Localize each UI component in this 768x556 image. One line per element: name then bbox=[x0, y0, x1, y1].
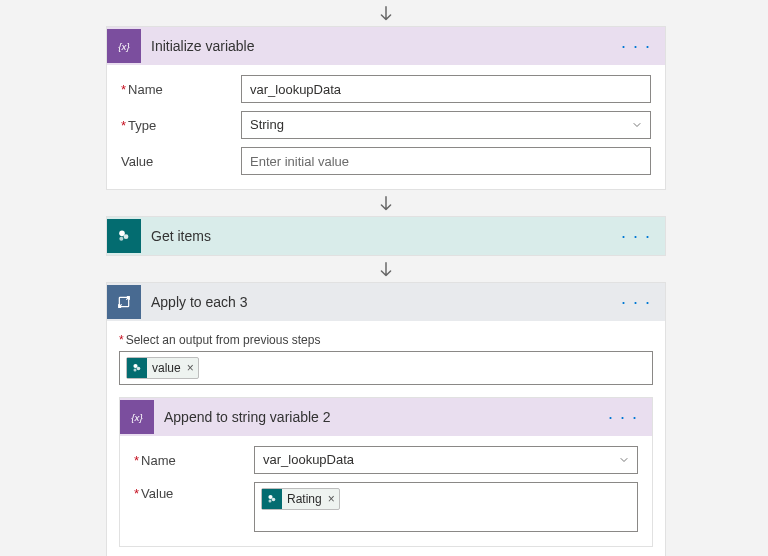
sharepoint-icon bbox=[107, 219, 141, 253]
loop-icon bbox=[107, 285, 141, 319]
svg-point-2 bbox=[124, 234, 129, 239]
svg-point-6 bbox=[137, 367, 141, 371]
get-items-header[interactable]: Get items · · · bbox=[107, 217, 665, 255]
card-title: Initialize variable bbox=[141, 38, 617, 54]
append-to-string-card: {x} Append to string variable 2 · · · *N… bbox=[119, 397, 653, 547]
token-remove-button[interactable]: × bbox=[187, 361, 194, 375]
token-label: Rating bbox=[287, 492, 322, 506]
flow-arrow bbox=[106, 256, 666, 282]
initialize-variable-card: {x} Initialize variable · · · *Name *Typ… bbox=[106, 26, 666, 190]
sharepoint-icon bbox=[127, 358, 147, 378]
dynamic-token-value[interactable]: value × bbox=[126, 357, 199, 379]
flow-arrow bbox=[106, 190, 666, 216]
initialize-variable-header[interactable]: {x} Initialize variable · · · bbox=[107, 27, 665, 65]
card-title: Apply to each 3 bbox=[141, 294, 617, 310]
variable-icon: {x} bbox=[107, 29, 141, 63]
get-items-card: Get items · · · bbox=[106, 216, 666, 256]
token-label: value bbox=[152, 361, 181, 375]
svg-point-10 bbox=[272, 498, 276, 502]
card-menu-button[interactable]: · · · bbox=[617, 36, 655, 57]
svg-point-7 bbox=[134, 369, 137, 372]
apply-to-each-header[interactable]: Apply to each 3 · · · bbox=[107, 283, 665, 321]
value-input[interactable] bbox=[241, 147, 651, 175]
svg-point-11 bbox=[269, 500, 272, 503]
svg-point-5 bbox=[133, 364, 137, 368]
field-label-type: *Type bbox=[121, 118, 241, 133]
apply-to-each-card: Apply to each 3 · · · *Select an output … bbox=[106, 282, 666, 556]
arrow-down-icon bbox=[375, 194, 397, 216]
svg-text:{x}: {x} bbox=[131, 412, 143, 423]
card-title: Append to string variable 2 bbox=[154, 409, 604, 425]
card-menu-button[interactable]: · · · bbox=[617, 226, 655, 247]
flow-arrow bbox=[106, 0, 666, 26]
field-label-value: *Value bbox=[134, 482, 254, 501]
dynamic-token-rating[interactable]: Rating × bbox=[261, 488, 340, 510]
select-output-label: *Select an output from previous steps bbox=[119, 333, 653, 347]
svg-point-3 bbox=[119, 237, 123, 241]
append-value-input[interactable]: Rating × bbox=[254, 482, 638, 532]
append-header[interactable]: {x} Append to string variable 2 · · · bbox=[120, 398, 652, 436]
field-label-value: Value bbox=[121, 154, 241, 169]
card-menu-button[interactable]: · · · bbox=[604, 407, 642, 428]
arrow-down-icon bbox=[375, 260, 397, 282]
select-output-input[interactable]: value × bbox=[119, 351, 653, 385]
svg-text:{x}: {x} bbox=[118, 41, 130, 52]
sharepoint-icon bbox=[262, 489, 282, 509]
card-title: Get items bbox=[141, 228, 617, 244]
variable-name-select[interactable]: var_lookupData bbox=[254, 446, 638, 474]
variable-icon: {x} bbox=[120, 400, 154, 434]
type-select[interactable]: String bbox=[241, 111, 651, 139]
field-label-name: *Name bbox=[121, 82, 241, 97]
svg-point-9 bbox=[268, 495, 272, 499]
field-label-name: *Name bbox=[134, 453, 254, 468]
name-input[interactable] bbox=[241, 75, 651, 103]
card-menu-button[interactable]: · · · bbox=[617, 292, 655, 313]
svg-point-1 bbox=[119, 231, 125, 237]
arrow-down-icon bbox=[375, 4, 397, 26]
token-remove-button[interactable]: × bbox=[328, 492, 335, 506]
